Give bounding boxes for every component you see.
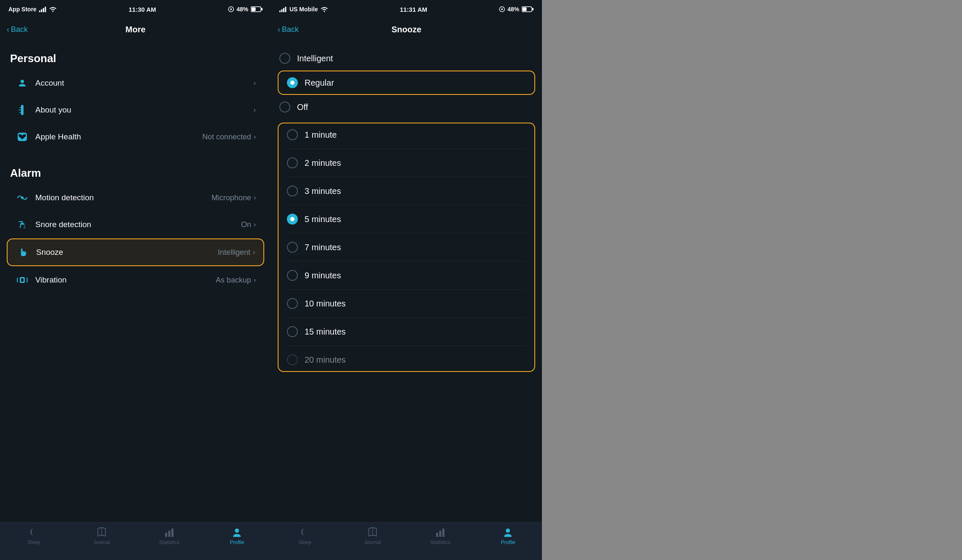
svg-rect-25 [281, 9, 283, 12]
section-alarm: Alarm [0, 159, 271, 184]
radio-3min[interactable]: 3 minutes [279, 180, 534, 202]
svg-rect-26 [283, 8, 284, 12]
radio-regular-box[interactable]: Regular [278, 71, 535, 95]
div-7 [287, 317, 526, 318]
radio-10min[interactable]: 10 minutes [279, 292, 534, 315]
person-icon [15, 76, 29, 90]
radio-circle-intelligent [279, 53, 290, 64]
tab-sleep-2[interactable]: Sleep [288, 527, 322, 545]
signal-icon [39, 7, 47, 12]
back-button-1[interactable]: ‹ Back [7, 25, 28, 34]
nav-bar-2: ‹ Back Snooze [271, 18, 542, 40]
row-motion[interactable]: Motion detection Microphone › [7, 185, 264, 211]
radio-off[interactable]: Off [271, 96, 542, 118]
snooze-chevron: › [253, 249, 255, 256]
nav-bar-1: ‹ Back More [0, 18, 271, 40]
status-left-1: App Store [8, 6, 57, 13]
radio-circle-15min [287, 326, 298, 337]
profile-icon-1 [231, 527, 242, 538]
radio-circle-1min [287, 129, 298, 140]
radio-label-20min: 20 minutes [305, 355, 346, 365]
svg-rect-10 [21, 105, 24, 115]
radio-7min[interactable]: 7 minutes [279, 236, 534, 259]
tab-bar-2: Sleep Journal Statistics Profile [271, 522, 542, 560]
row-snooze[interactable]: Snooze Intelligent › [7, 238, 264, 266]
svg-point-5 [230, 8, 232, 10]
motion-value: Microphone [212, 194, 251, 202]
svg-rect-20 [165, 533, 167, 537]
svg-rect-22 [171, 529, 173, 537]
div-4 [287, 233, 526, 233]
location-icon-2 [499, 6, 505, 12]
status-bar-1: App Store 11:30 AM 48% [0, 0, 271, 18]
radio-20min[interactable]: 20 minutes [279, 348, 534, 371]
radio-label-intelligent: Intelligent [297, 54, 333, 63]
div-6 [287, 289, 526, 290]
tab-journal-label-1: Journal [93, 539, 110, 545]
row-snore[interactable]: z Snore detection On › [7, 212, 264, 238]
radio-circle-5min [287, 214, 298, 225]
radio-15min[interactable]: 15 minutes [279, 320, 534, 343]
snore-value: On [241, 220, 251, 229]
div-3 [287, 205, 526, 205]
sleep-icon-1 [29, 527, 39, 538]
svg-point-15 [21, 196, 24, 199]
journal-icon-2 [367, 527, 378, 538]
status-right-1: 48% [228, 6, 263, 13]
row-vibration[interactable]: Vibration As backup › [7, 267, 264, 293]
row-about-you[interactable]: About you › [7, 97, 264, 123]
svg-point-23 [235, 529, 239, 533]
row-apple-health[interactable]: Apple Health Not connected › [7, 124, 264, 150]
tab-statistics-2[interactable]: Statistics [423, 527, 457, 545]
tab-journal-2[interactable]: Journal [356, 527, 389, 545]
radio-label-7min: 7 minutes [305, 243, 341, 252]
svg-rect-8 [251, 8, 255, 11]
tab-sleep-label-1: Sleep [27, 539, 40, 545]
carrier-label: US Mobile [289, 6, 318, 13]
tab-statistics-label-1: Statistics [159, 539, 179, 545]
radio-2min[interactable]: 2 minutes [279, 152, 534, 174]
tab-journal-1[interactable]: Journal [85, 527, 118, 545]
minutes-box: 1 minute 2 minutes 3 minutes 5 minutes 7… [278, 123, 535, 372]
radio-label-3min: 3 minutes [305, 186, 341, 196]
row-account[interactable]: Account › [7, 70, 264, 96]
content-1: Personal Account › About [0, 40, 271, 294]
account-chevron: › [254, 79, 256, 87]
app-store-label: App Store [8, 6, 37, 13]
radio-circle-20min [287, 354, 298, 365]
radio-9min[interactable]: 9 minutes [279, 264, 534, 287]
radio-label-off: Off [297, 102, 308, 112]
wifi-icon-2 [321, 6, 328, 12]
radio-intelligent[interactable]: Intelligent [271, 47, 542, 70]
radio-5min[interactable]: 5 minutes [279, 208, 534, 230]
right-bg [542, 0, 962, 560]
tab-profile-2[interactable]: Profile [491, 527, 525, 545]
motion-chevron: › [254, 194, 256, 201]
tab-journal-label-2: Journal [364, 539, 381, 545]
svg-point-29 [501, 8, 503, 10]
about-you-label: About you [35, 105, 254, 115]
radio-regular[interactable]: Regular [279, 71, 534, 94]
svg-rect-18 [21, 278, 24, 282]
journal-icon-1 [96, 527, 107, 538]
snore-label: Snore detection [35, 220, 241, 229]
status-bar-2: US Mobile 11:31 AM 48% [271, 0, 542, 18]
motion-label: Motion detection [35, 193, 212, 202]
radio-circle-2min [287, 157, 298, 168]
battery-icon-1 [251, 6, 263, 12]
svg-rect-21 [168, 531, 171, 537]
div-8 [287, 345, 526, 346]
nav-title-1: More [126, 25, 146, 34]
tab-profile-1[interactable]: Profile [220, 527, 254, 545]
tab-sleep-1[interactable]: Sleep [17, 527, 51, 545]
vibration-chevron: › [254, 276, 256, 284]
radio-1min[interactable]: 1 minute [279, 123, 534, 146]
tab-statistics-1[interactable]: Statistics [152, 527, 186, 545]
back-button-2[interactable]: ‹ Back [278, 25, 299, 34]
radio-circle-3min [287, 186, 298, 196]
about-you-chevron: › [254, 106, 256, 114]
phone-2: US Mobile 11:31 AM 48% ‹ Back [271, 0, 542, 560]
section-personal: Personal [0, 44, 271, 69]
location-icon [228, 6, 234, 12]
radio-circle-off [279, 102, 290, 113]
